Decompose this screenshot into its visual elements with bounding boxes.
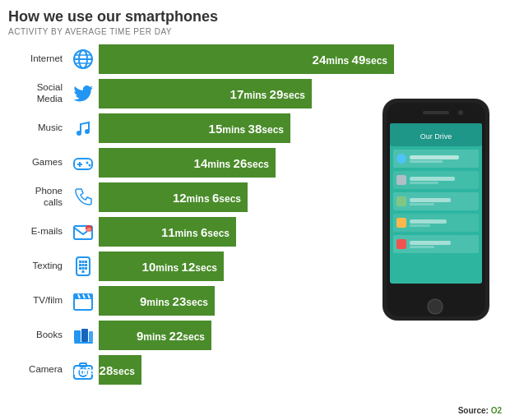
svg-rect-63 xyxy=(410,241,451,245)
bar-social-media: 17mins 29secs xyxy=(99,79,312,108)
bar-camera: 3mins 28secs xyxy=(99,355,141,385)
bar-books: 9mins 22secs xyxy=(99,321,211,350)
bar-label-phone-calls: Phonecalls xyxy=(8,186,67,209)
svg-rect-54 xyxy=(396,196,406,206)
svg-rect-25 xyxy=(82,270,85,273)
svg-text:Our Drive: Our Drive xyxy=(420,132,452,141)
icon-music xyxy=(67,117,99,140)
bar-label-emails: E-mails xyxy=(8,226,67,238)
bar-label-social-media: SocialMedia xyxy=(8,82,67,105)
svg-rect-60 xyxy=(410,224,430,227)
bar-col-internet: 24mins 49secs xyxy=(99,44,502,74)
bar-texting: 10mins 12secs xyxy=(99,252,224,281)
bar-label-books: Books xyxy=(8,330,67,341)
bar-label-texting: Texting xyxy=(8,261,67,272)
svg-rect-62 xyxy=(396,239,406,249)
svg-text:@: @ xyxy=(86,227,91,232)
svg-rect-46 xyxy=(396,154,406,164)
icon-books xyxy=(67,324,99,347)
svg-rect-16 xyxy=(79,261,81,263)
svg-point-67 xyxy=(458,110,463,115)
chart-container: How we use our smartphones ACTIVITY BY A… xyxy=(0,0,510,420)
icon-clapper xyxy=(67,289,99,312)
phone-image: Our Drive xyxy=(378,99,506,329)
icon-phone xyxy=(67,186,99,209)
bar-value-texting: 10mins 12secs xyxy=(142,260,217,274)
svg-rect-32 xyxy=(81,329,88,342)
svg-rect-55 xyxy=(410,198,451,202)
svg-rect-59 xyxy=(410,219,447,224)
svg-rect-21 xyxy=(85,264,87,266)
svg-rect-22 xyxy=(79,267,81,270)
svg-point-11 xyxy=(89,164,91,167)
svg-rect-24 xyxy=(85,267,87,270)
svg-rect-19 xyxy=(79,264,81,266)
source-text: Source: O2 xyxy=(458,406,502,415)
svg-rect-7 xyxy=(74,159,92,169)
bar-internet: 24mins 49secs xyxy=(99,44,394,74)
svg-point-65 xyxy=(428,299,443,314)
bar-value-books: 9mins 22secs xyxy=(137,329,205,343)
svg-rect-23 xyxy=(82,267,85,270)
bar-label-tv-film: TV/film xyxy=(8,295,67,307)
svg-rect-33 xyxy=(89,331,93,342)
bar-games: 14mins 26secs xyxy=(99,148,276,178)
icon-email: @ xyxy=(67,220,99,243)
bar-col-camera: 3mins 28secs xyxy=(99,355,502,385)
bar-label-internet: Internet xyxy=(8,53,67,65)
bar-label-music: Music xyxy=(8,122,67,134)
bar-row-camera: Camera 3mins 28secs xyxy=(8,353,502,386)
svg-rect-17 xyxy=(82,261,85,263)
svg-rect-56 xyxy=(410,203,434,205)
svg-rect-26 xyxy=(74,298,92,310)
bar-row-internet: Internet 24mins 49secs xyxy=(8,43,502,76)
bar-tv-film: 9mins 23secs xyxy=(99,286,215,316)
icon-phone-keypad xyxy=(67,255,99,278)
bar-phone-calls: 12mins 6secs xyxy=(99,182,248,212)
source-label: Source: xyxy=(458,406,489,415)
svg-rect-20 xyxy=(82,264,85,266)
bar-value-games: 14mins 26secs xyxy=(194,156,269,170)
bar-value-tv-film: 9mins 23secs xyxy=(140,294,208,308)
icon-gamepad xyxy=(67,151,99,174)
svg-rect-31 xyxy=(74,330,81,342)
svg-rect-18 xyxy=(85,261,87,263)
svg-rect-66 xyxy=(423,111,449,114)
svg-rect-58 xyxy=(396,218,406,228)
bar-value-music: 15mins 38secs xyxy=(209,122,284,136)
svg-point-5 xyxy=(76,131,81,136)
bar-value-camera: 3mins 28secs xyxy=(67,363,135,377)
svg-rect-64 xyxy=(410,246,434,248)
bar-value-emails: 11mins 6secs xyxy=(161,225,230,239)
svg-rect-50 xyxy=(396,175,406,185)
svg-point-10 xyxy=(86,162,89,164)
bar-value-social-media: 17mins 29secs xyxy=(230,87,305,101)
icon-twitter xyxy=(67,82,99,105)
svg-rect-34 xyxy=(74,342,93,344)
svg-rect-48 xyxy=(410,160,443,163)
svg-point-6 xyxy=(85,129,90,134)
bar-emails: 11mins 6secs xyxy=(99,217,236,247)
svg-rect-51 xyxy=(410,177,455,181)
icon-globe xyxy=(67,48,99,71)
bar-value-phone-calls: 12mins 6secs xyxy=(173,191,241,205)
source-value: O2 xyxy=(491,406,502,415)
bar-label-camera: Camera xyxy=(8,364,67,376)
svg-rect-47 xyxy=(410,155,459,159)
chart-subtitle: ACTIVITY BY AVERAGE TIME PER DAY xyxy=(8,27,502,36)
svg-rect-52 xyxy=(410,182,438,184)
chart-title: How we use our smartphones xyxy=(8,8,502,25)
bar-value-internet: 24mins 49secs xyxy=(313,53,387,67)
bar-label-games: Games xyxy=(8,157,67,168)
bar-music: 15mins 38secs xyxy=(99,113,290,143)
